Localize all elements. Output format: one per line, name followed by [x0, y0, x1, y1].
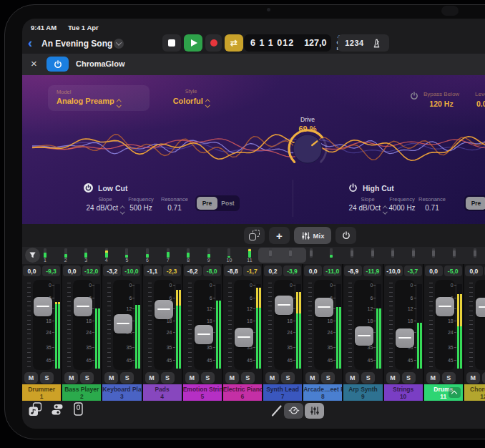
volume-fader[interactable] — [476, 298, 485, 317]
volume-value[interactable]: 0,2 — [264, 266, 282, 276]
plugins-button[interactable] — [51, 403, 64, 419]
style-selector[interactable]: Style Colorful — [164, 88, 218, 108]
add-track-button[interactable]: + — [269, 227, 290, 244]
mixer-view-button[interactable] — [305, 403, 324, 419]
volume-value[interactable]: -8,8 — [224, 266, 242, 276]
track-label[interactable]: Strings 10 — [384, 384, 423, 401]
mixer-power-button[interactable] — [335, 227, 356, 244]
track-label[interactable]: Synth Lead 7 — [263, 384, 302, 401]
solo-button[interactable]: S — [161, 372, 175, 384]
solo-button[interactable]: S — [80, 372, 94, 384]
volume-value[interactable]: 0,0 — [465, 266, 483, 276]
solo-button[interactable]: S — [241, 372, 255, 384]
volume-fader[interactable] — [436, 297, 454, 316]
model-value[interactable]: Analog Preamp — [57, 97, 120, 108]
close-icon[interactable]: × — [31, 57, 37, 70]
plugin-power-button[interactable] — [46, 57, 69, 72]
solo-button[interactable]: S — [201, 372, 215, 384]
solo-button[interactable]: S — [281, 372, 295, 384]
mute-button[interactable]: M — [104, 372, 118, 384]
volume-fader[interactable] — [114, 314, 132, 333]
track-label[interactable]: Arp Synth 9 — [343, 384, 382, 401]
volume-fader[interactable] — [74, 297, 92, 316]
track-label[interactable]: Pads 4 — [143, 384, 182, 401]
volume-value[interactable]: 0,0 — [425, 266, 443, 276]
volume-value[interactable]: -8,9 — [344, 266, 362, 276]
lcd-display[interactable]: 6 1 1 012 127,0 4/4 C maj In Out MIDI — [244, 34, 331, 52]
style-value[interactable]: Colorful — [164, 97, 218, 108]
pre-button[interactable]: Pre — [466, 197, 485, 210]
solo-button[interactable]: S — [120, 372, 134, 384]
mute-button[interactable]: M — [24, 372, 38, 384]
back-button[interactable]: ‹ — [28, 36, 32, 49]
track-label[interactable]: Drummer 1 — [22, 384, 61, 401]
volume-fader[interactable] — [396, 328, 414, 348]
track-label[interactable]: Electric Piano 6 — [223, 384, 262, 401]
volume-fader[interactable] — [195, 325, 213, 344]
volume-fader[interactable] — [155, 300, 173, 319]
mute-button[interactable]: M — [265, 372, 279, 384]
level-value[interactable]: 0.0 — [476, 99, 485, 108]
high-cut-resonance-value[interactable]: 0.71 — [413, 204, 451, 212]
volume-fader[interactable] — [275, 296, 293, 315]
solo-button[interactable]: S — [482, 372, 485, 384]
meter-bridge[interactable]: 1234567891011 — [22, 247, 485, 264]
record-button[interactable] — [205, 34, 222, 52]
model-selector[interactable]: Model Analog Preamp — [48, 85, 150, 111]
play-button[interactable] — [184, 34, 202, 52]
track-label[interactable]: Keyboard Player 3 — [102, 384, 141, 401]
volume-value[interactable]: -3,2 — [103, 266, 121, 276]
song-title[interactable]: An Evening Song — [41, 39, 112, 49]
low-cut-resonance-value[interactable]: 0.71 — [155, 204, 194, 212]
low-cut-power-button[interactable] — [84, 183, 93, 193]
smart-controls-button[interactable] — [284, 403, 303, 419]
volume-value[interactable]: 0,0 — [63, 266, 81, 276]
mute-button[interactable]: M — [185, 372, 199, 384]
track-label[interactable]: Chorus V 12 — [464, 384, 485, 401]
volume-value[interactable]: 0,0 — [304, 266, 322, 276]
mute-button[interactable]: M — [466, 372, 480, 384]
mix-view-toggle[interactable]: Mix — [294, 227, 331, 244]
post-button[interactable]: Post — [217, 197, 238, 210]
duplicate-button[interactable] — [244, 227, 265, 244]
solo-button[interactable]: S — [361, 372, 375, 384]
song-menu-button[interactable] — [114, 39, 124, 49]
browser-button[interactable] — [28, 402, 44, 419]
stop-button[interactable] — [162, 34, 181, 52]
mute-button[interactable]: M — [145, 372, 159, 384]
fader-ruler — [148, 283, 152, 369]
mute-button[interactable]: M — [346, 372, 359, 384]
drive-knob[interactable] — [285, 126, 330, 172]
volume-fader[interactable] — [355, 326, 373, 346]
volume-value[interactable]: 0,0 — [23, 266, 41, 276]
controller-button[interactable] — [74, 402, 83, 419]
volume-fader[interactable] — [235, 328, 253, 347]
metronome-icon[interactable] — [371, 38, 382, 49]
volume-fader[interactable] — [34, 297, 52, 316]
count-in-metronome-group[interactable]: 1234 — [338, 34, 389, 52]
volume-value[interactable]: -1,1 — [144, 266, 162, 276]
expand-stack-button[interactable] — [449, 387, 461, 398]
mute-button[interactable]: M — [225, 372, 239, 384]
volume-value[interactable]: -6,2 — [184, 266, 202, 276]
count-in-button[interactable]: 1234 — [345, 39, 363, 47]
mute-button[interactable]: M — [426, 372, 440, 384]
solo-button[interactable]: S — [40, 372, 54, 384]
high-cut-power-button[interactable] — [348, 183, 358, 193]
filter-button[interactable] — [25, 248, 40, 263]
solo-button[interactable]: S — [321, 372, 335, 384]
mute-button[interactable]: M — [64, 372, 78, 384]
solo-button[interactable]: S — [442, 372, 456, 384]
bypass-below-value[interactable]: 120 Hz — [416, 99, 466, 108]
volume-fader[interactable] — [315, 298, 333, 317]
solo-button[interactable]: S — [402, 372, 416, 384]
track-label[interactable]: Bass Player 2 — [62, 384, 101, 401]
mute-button[interactable]: M — [305, 372, 319, 384]
pencil-icon[interactable] — [270, 404, 283, 417]
track-label[interactable]: Arcade…eet Pad 8 — [303, 384, 342, 401]
volume-value[interactable]: -10,0 — [385, 266, 403, 276]
pre-button[interactable]: Pre — [197, 197, 217, 210]
mute-button[interactable]: M — [386, 372, 400, 384]
cycle-button[interactable]: ⇄ — [225, 34, 243, 52]
track-label[interactable]: Emotion Strings 5 — [183, 384, 222, 401]
